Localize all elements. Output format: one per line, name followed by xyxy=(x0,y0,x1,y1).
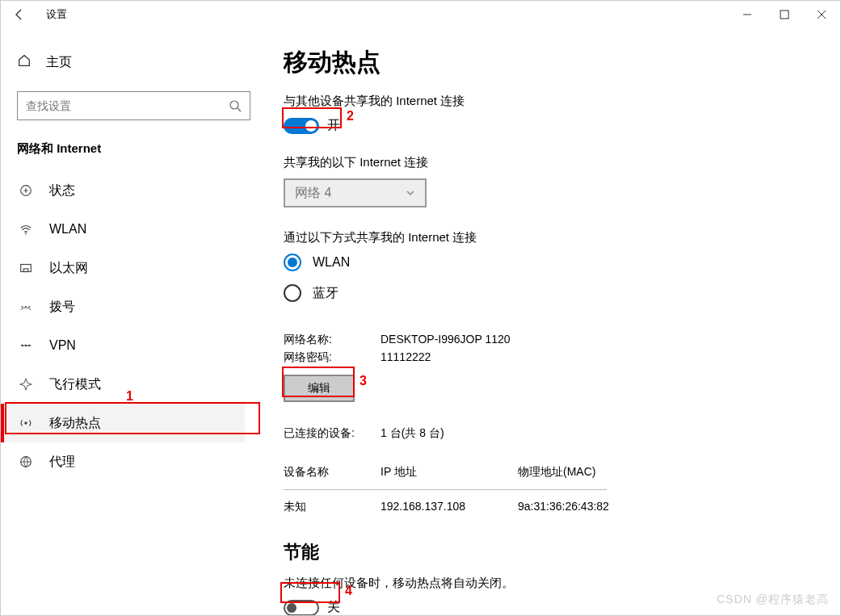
maximize-button[interactable] xyxy=(766,1,803,28)
col-ip: IP 地址 xyxy=(381,465,518,480)
share-toggle[interactable]: 开 xyxy=(284,117,818,134)
nav-airplane[interactable]: 飞行模式 xyxy=(1,365,245,404)
device-mac: 9a:31:36:26:43:82 xyxy=(518,500,679,514)
ethernet-icon xyxy=(17,261,35,275)
home-link[interactable]: 主页 xyxy=(17,48,245,77)
dropdown-value: 网络 4 xyxy=(295,185,331,202)
svg-point-2 xyxy=(230,101,238,109)
annotation-num-3: 3 xyxy=(360,374,367,388)
col-mac: 物理地址(MAC) xyxy=(518,465,679,480)
close-button[interactable] xyxy=(803,1,840,28)
search-box[interactable] xyxy=(17,91,250,120)
net-pwd-value: 11112222 xyxy=(381,350,431,365)
home-icon xyxy=(17,53,32,71)
annotation-num-1: 1 xyxy=(126,389,133,404)
home-label: 主页 xyxy=(46,54,72,71)
status-icon xyxy=(17,183,35,198)
nav-ethernet[interactable]: 以太网 xyxy=(1,249,245,287)
page-title: 移动热点 xyxy=(284,46,818,79)
hotspot-icon xyxy=(17,416,35,430)
divider xyxy=(284,489,607,490)
window-title: 设置 xyxy=(46,7,67,22)
svg-rect-7 xyxy=(23,269,27,272)
share-over-label: 通过以下方式共享我的 Internet 连接 xyxy=(284,230,818,245)
device-table-header: 设备名称 IP 地址 物理地址(MAC) xyxy=(284,465,818,480)
connected-label: 已连接的设备: xyxy=(284,426,381,441)
svg-rect-1 xyxy=(780,10,788,19)
share-from-dropdown[interactable]: 网络 4 xyxy=(284,178,427,207)
window-controls xyxy=(729,1,840,28)
dialup-icon xyxy=(17,301,35,312)
minimize-button[interactable] xyxy=(729,1,766,28)
col-name: 设备名称 xyxy=(284,465,381,480)
category-title: 网络和 Internet xyxy=(17,141,245,157)
nav-proxy[interactable]: 代理 xyxy=(1,442,245,481)
share-label: 与其他设备共享我的 Internet 连接 xyxy=(284,94,818,109)
edit-button[interactable]: 编辑 xyxy=(284,375,355,402)
nav-dialup[interactable]: 拨号 xyxy=(1,287,245,326)
svg-point-14 xyxy=(24,421,27,425)
nav-label: 以太网 xyxy=(49,260,88,277)
nav-hotspot[interactable]: 移动热点 xyxy=(1,404,245,442)
nav-label: VPN xyxy=(49,338,76,353)
nav-label: WLAN xyxy=(49,222,86,237)
share-toggle-state: 开 xyxy=(327,117,340,134)
svg-point-8 xyxy=(22,306,23,308)
radio-wlan[interactable]: WLAN xyxy=(284,254,818,271)
sidebar: 主页 网络和 Internet 状态 WLAN 以太网 拨号 VPN 飞行模式 … xyxy=(1,28,261,615)
share-from-label: 共享我的以下 Internet 连接 xyxy=(284,155,818,170)
svg-point-5 xyxy=(25,233,27,235)
close-icon xyxy=(817,10,826,19)
nav-label: 移动热点 xyxy=(49,415,101,432)
wifi-icon xyxy=(17,222,35,237)
annotation-num-4: 4 xyxy=(345,584,352,598)
minimize-icon xyxy=(742,10,752,19)
maximize-icon xyxy=(780,10,789,19)
titlebar: 设置 xyxy=(1,1,840,28)
device-row: 未知 192.168.137.108 9a:31:36:26:43:82 xyxy=(284,500,818,514)
power-toggle-state: 关 xyxy=(327,599,340,615)
net-pwd-label: 网络密码: xyxy=(284,350,381,365)
vpn-icon xyxy=(17,338,35,353)
radio-wlan-label: WLAN xyxy=(313,255,350,270)
nav-vpn[interactable]: VPN xyxy=(1,326,245,365)
nav-status[interactable]: 状态 xyxy=(1,171,245,210)
nav-label: 飞行模式 xyxy=(49,376,101,393)
watermark: CSDN @程序猿老高 xyxy=(717,593,829,607)
nav-label: 代理 xyxy=(49,454,75,471)
annotation-num-2: 2 xyxy=(347,109,354,124)
airplane-icon xyxy=(17,377,35,392)
svg-point-10 xyxy=(29,306,31,308)
device-name: 未知 xyxy=(284,500,381,514)
search-icon xyxy=(229,99,242,112)
net-name-label: 网络名称: xyxy=(284,333,381,347)
search-input[interactable] xyxy=(26,99,229,112)
proxy-icon xyxy=(17,455,35,469)
power-title: 节能 xyxy=(284,540,818,564)
svg-line-3 xyxy=(238,108,241,111)
nav-list: 状态 WLAN 以太网 拨号 VPN 飞行模式 移动热点 代理 xyxy=(1,171,245,481)
nav-label: 状态 xyxy=(49,182,75,199)
back-button[interactable] xyxy=(1,1,38,28)
svg-rect-6 xyxy=(21,265,32,272)
radio-bluetooth[interactable]: 蓝牙 xyxy=(284,284,818,302)
net-name-value: DESKTOP-I996JOP 1120 xyxy=(381,333,511,347)
chevron-down-icon xyxy=(406,188,415,198)
device-ip: 192.168.137.108 xyxy=(381,500,518,514)
radio-bt-label: 蓝牙 xyxy=(313,285,339,302)
power-desc: 未连接任何设备时，移动热点将自动关闭。 xyxy=(284,576,818,591)
nav-label: 拨号 xyxy=(49,299,75,316)
connected-value: 1 台(共 8 台) xyxy=(381,426,444,441)
arrow-left-icon xyxy=(13,8,26,21)
nav-wlan[interactable]: WLAN xyxy=(1,210,245,249)
